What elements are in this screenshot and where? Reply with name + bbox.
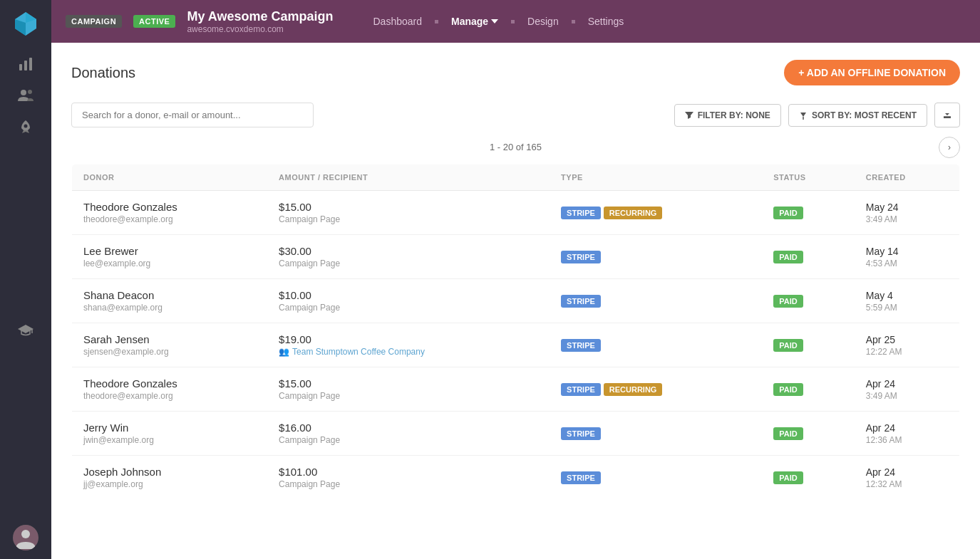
content-area: Donations + ADD AN OFFLINE DONATION FILT… bbox=[51, 43, 980, 559]
created-cell: Apr 2412:36 AM bbox=[855, 412, 960, 456]
created-time: 3:49 AM bbox=[866, 391, 948, 401]
download-button[interactable] bbox=[934, 103, 960, 127]
svg-rect-4 bbox=[24, 61, 27, 70]
svg-rect-3 bbox=[19, 64, 22, 70]
type-cell: STRIPE bbox=[550, 235, 762, 279]
amount-cell: $15.00Campaign Page bbox=[267, 367, 550, 412]
col-header-created: CREATED bbox=[855, 164, 960, 191]
donor-cell: Joseph Johnsonjj@example.org bbox=[72, 456, 268, 500]
svg-point-12 bbox=[21, 530, 30, 538]
donor-email: theodore@example.org bbox=[83, 391, 256, 401]
stripe-badge: STRIPE bbox=[561, 383, 601, 396]
nav-manage[interactable]: Manage bbox=[444, 13, 505, 30]
table-row[interactable]: Theodore Gonzalestheodore@example.org$15… bbox=[72, 367, 960, 412]
type-cell: STRIPERECURRING bbox=[550, 191, 762, 235]
analytics-icon[interactable] bbox=[13, 51, 38, 77]
table-row[interactable]: Shana Deaconshana@example.org$10.00Campa… bbox=[72, 279, 960, 323]
created-time: 12:32 AM bbox=[866, 479, 948, 489]
donation-amount: $30.00 bbox=[279, 245, 538, 257]
amount-cell: $101.00Campaign Page bbox=[267, 456, 550, 500]
search-input[interactable] bbox=[71, 103, 314, 127]
table-row[interactable]: Jerry Winjwin@example.org$16.00Campaign … bbox=[72, 412, 960, 456]
donor-email: jwin@example.org bbox=[83, 435, 256, 445]
nav-design[interactable]: Design bbox=[520, 13, 566, 30]
pagination-summary: 1 - 20 of 165 bbox=[490, 142, 542, 152]
donor-cell: Jerry Winjwin@example.org bbox=[72, 412, 268, 456]
status-cell: PAID bbox=[762, 279, 855, 323]
donation-recipient: Campaign Page bbox=[279, 258, 538, 268]
created-time: 5:59 AM bbox=[866, 303, 948, 313]
user-avatar[interactable] bbox=[13, 525, 38, 550]
type-cell: STRIPE bbox=[550, 412, 762, 456]
status-badge: PAID bbox=[773, 383, 803, 396]
nav-settings[interactable]: Settings bbox=[581, 13, 631, 30]
created-time: 3:49 AM bbox=[866, 214, 948, 224]
status-cell: PAID bbox=[762, 367, 855, 412]
rocket-icon[interactable] bbox=[13, 114, 38, 140]
status-cell: PAID bbox=[762, 235, 855, 279]
pagination-next-button[interactable]: › bbox=[939, 137, 960, 158]
svg-point-6 bbox=[21, 90, 26, 95]
controls-right: FILTER BY: NONE SORT BY: MOST RECENT bbox=[674, 103, 960, 127]
donor-name: Shana Deacon bbox=[83, 289, 256, 301]
users-icon[interactable] bbox=[13, 83, 38, 108]
donor-cell: Theodore Gonzalestheodore@example.org bbox=[72, 191, 268, 235]
created-date: Apr 24 bbox=[866, 466, 948, 478]
created-date: Apr 24 bbox=[866, 378, 948, 390]
nav-dot-1 bbox=[435, 20, 438, 23]
table-row[interactable]: Joseph Johnsonjj@example.org$101.00Campa… bbox=[72, 456, 960, 500]
donor-cell: Theodore Gonzalestheodore@example.org bbox=[72, 367, 268, 412]
sort-button[interactable]: SORT BY: MOST RECENT bbox=[788, 104, 927, 127]
amount-cell: $10.00Campaign Page bbox=[267, 279, 550, 323]
table-row[interactable]: Lee Brewerlee@example.org$30.00Campaign … bbox=[72, 235, 960, 279]
svg-marker-9 bbox=[18, 325, 33, 333]
nav-links: Dashboard Manage Design Settings bbox=[366, 13, 631, 30]
donor-cell: Lee Brewerlee@example.org bbox=[72, 235, 268, 279]
donor-cell: Shana Deaconshana@example.org bbox=[72, 279, 268, 323]
app-logo[interactable] bbox=[11, 9, 40, 37]
donation-amount: $15.00 bbox=[279, 201, 538, 213]
type-cell: STRIPERECURRING bbox=[550, 367, 762, 412]
table-row[interactable]: Theodore Gonzalestheodore@example.org$15… bbox=[72, 191, 960, 235]
campaign-badge: CAMPAIGN bbox=[66, 15, 122, 28]
status-cell: PAID bbox=[762, 412, 855, 456]
amount-cell: $30.00Campaign Page bbox=[267, 235, 550, 279]
table-row[interactable]: Sarah Jensensjensen@example.org$19.00👥Te… bbox=[72, 323, 960, 367]
type-cell: STRIPE bbox=[550, 323, 762, 367]
status-badge: PAID bbox=[773, 207, 803, 219]
nav-dashboard[interactable]: Dashboard bbox=[366, 13, 429, 30]
svg-point-7 bbox=[28, 90, 32, 94]
col-header-status: STATUS bbox=[762, 164, 855, 191]
donation-recipient: Campaign Page bbox=[279, 214, 538, 224]
created-cell: May 45:59 AM bbox=[855, 279, 960, 323]
created-date: Apr 24 bbox=[866, 422, 948, 434]
status-cell: PAID bbox=[762, 323, 855, 367]
filter-button[interactable]: FILTER BY: NONE bbox=[674, 104, 781, 127]
donor-email: sjensen@example.org bbox=[83, 347, 256, 357]
col-header-donor: DONOR bbox=[72, 164, 268, 191]
created-cell: Apr 2512:22 AM bbox=[855, 323, 960, 367]
created-time: 12:36 AM bbox=[866, 435, 948, 445]
top-nav: CAMPAIGN ACTIVE My Awesome Campaign awes… bbox=[51, 0, 980, 43]
page-title: Donations bbox=[71, 65, 135, 81]
status-cell: PAID bbox=[762, 456, 855, 500]
donation-recipient: Campaign Page bbox=[279, 391, 538, 401]
created-date: May 4 bbox=[866, 290, 948, 301]
sidebar bbox=[0, 0, 51, 559]
mortarboard-icon[interactable] bbox=[13, 317, 38, 343]
donor-name: Theodore Gonzales bbox=[83, 201, 256, 213]
created-date: May 24 bbox=[866, 202, 948, 213]
pagination-row: 1 - 20 of 165 › bbox=[71, 142, 960, 152]
recurring-badge: RECURRING bbox=[604, 383, 663, 396]
donation-recipient[interactable]: 👥Team Stumptown Coffee Company bbox=[279, 347, 538, 357]
created-cell: Apr 2412:32 AM bbox=[855, 456, 960, 500]
status-badge: PAID bbox=[773, 471, 803, 484]
add-offline-donation-button[interactable]: + ADD AN OFFLINE DONATION bbox=[784, 60, 960, 85]
created-time: 12:22 AM bbox=[866, 347, 948, 357]
donor-name: Lee Brewer bbox=[83, 245, 256, 257]
amount-cell: $15.00Campaign Page bbox=[267, 191, 550, 235]
donation-amount: $19.00 bbox=[279, 333, 538, 345]
filter-label: FILTER BY: NONE bbox=[698, 110, 770, 120]
active-badge: ACTIVE bbox=[133, 15, 175, 28]
main-area: CAMPAIGN ACTIVE My Awesome Campaign awes… bbox=[51, 0, 980, 559]
